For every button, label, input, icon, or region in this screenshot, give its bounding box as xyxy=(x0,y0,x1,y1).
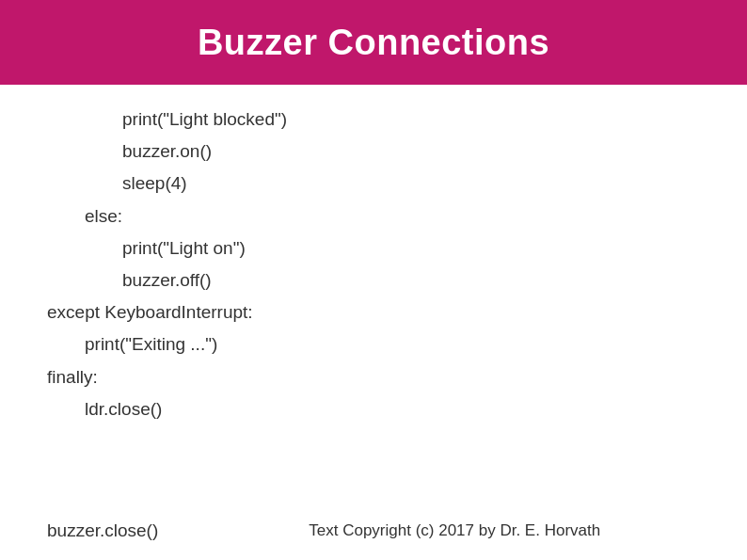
code-line-8: print("Exiting ...") xyxy=(47,328,700,360)
code-line-4: else: xyxy=(47,200,700,232)
code-line-9: finally: xyxy=(47,361,700,393)
footer-copyright: Text Copyright (c) 2017 by Dr. E. Horvat… xyxy=(309,521,600,540)
footer-last-line: buzzer.close() xyxy=(47,520,158,541)
code-line-1: print("Light blocked") xyxy=(47,104,700,136)
footer-area: buzzer.close() Text Copyright (c) 2017 b… xyxy=(0,520,747,541)
code-line-10: ldr.close() xyxy=(47,393,700,425)
code-line-7: except KeyboardInterrupt: xyxy=(47,296,700,328)
code-line-2: buzzer.on() xyxy=(47,136,700,168)
header-bar: Buzzer Connections xyxy=(0,0,747,85)
slide-container: Buzzer Connections print("Light blocked"… xyxy=(0,0,747,560)
code-line-3: sleep(4) xyxy=(47,168,700,200)
code-line-5: print("Light on") xyxy=(47,232,700,264)
code-block: print("Light blocked") buzzer.on() sleep… xyxy=(47,104,700,425)
slide-title: Buzzer Connections xyxy=(198,23,549,63)
code-line-6: buzzer.off() xyxy=(47,264,700,296)
content-area: print("Light blocked") buzzer.on() sleep… xyxy=(0,85,747,444)
